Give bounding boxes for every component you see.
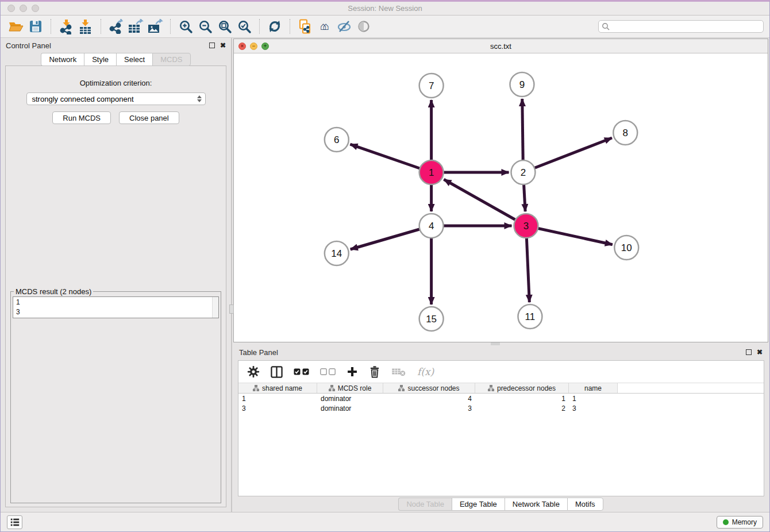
- import-table-button[interactable]: [76, 18, 95, 35]
- maximize-window-button[interactable]: [32, 5, 39, 12]
- table-row[interactable]: 3dominator323: [238, 403, 764, 413]
- close-panel-button[interactable]: Close panel: [119, 111, 179, 124]
- cell-mcds-role[interactable]: dominator: [317, 394, 383, 403]
- criterion-dropdown[interactable]: strongly connected component: [26, 92, 206, 105]
- header-filler: [618, 383, 764, 393]
- column-header-successor-nodes[interactable]: successor nodes: [383, 383, 475, 393]
- node-label: 4: [429, 221, 434, 232]
- node-10[interactable]: 10: [614, 236, 638, 260]
- cell-successor-nodes[interactable]: 4: [383, 394, 475, 403]
- shared-column-icon: [253, 385, 259, 391]
- node-9[interactable]: 9: [510, 72, 534, 97]
- zoom-in-icon: [179, 20, 193, 34]
- tab-select[interactable]: Select: [116, 53, 152, 66]
- cell-name[interactable]: 3: [569, 403, 618, 413]
- zoom-out-button[interactable]: [195, 18, 215, 35]
- node-2[interactable]: 2: [511, 160, 535, 184]
- cell-shared-name[interactable]: 1: [238, 394, 317, 403]
- vertical-splitter[interactable]: [231, 38, 232, 512]
- cell-predecessor-nodes[interactable]: 1: [475, 394, 569, 403]
- node-6[interactable]: 6: [325, 128, 349, 152]
- node-1[interactable]: 1: [419, 160, 444, 184]
- node-label: 2: [521, 167, 526, 178]
- edge-2-8[interactable]: [523, 138, 612, 172]
- cell-name[interactable]: 1: [569, 394, 618, 403]
- splitter-handle[interactable]: [229, 304, 234, 314]
- zoom-fit-button[interactable]: [215, 18, 234, 35]
- tab-motifs[interactable]: Motifs: [567, 498, 603, 511]
- tab-node-table[interactable]: Node Table: [398, 498, 452, 511]
- memory-button[interactable]: Memory: [717, 516, 763, 529]
- node-7[interactable]: 7: [419, 74, 444, 98]
- float-panel-icon[interactable]: [746, 349, 752, 355]
- node-3[interactable]: 3: [514, 214, 538, 238]
- search-field[interactable]: [598, 20, 764, 33]
- column-header-name[interactable]: name: [569, 383, 618, 393]
- task-history-button[interactable]: [7, 515, 22, 529]
- node-label: 15: [426, 314, 437, 325]
- table-row[interactable]: 1dominator411: [238, 394, 764, 403]
- column-header-predecessor-nodes[interactable]: predecessor nodes: [475, 383, 569, 393]
- network-close-button[interactable]: ×: [238, 43, 246, 50]
- export-table-button[interactable]: [126, 18, 145, 35]
- zoom-in-button[interactable]: [176, 18, 195, 35]
- tab-network-table[interactable]: Network Table: [505, 498, 567, 511]
- tab-mcds[interactable]: MCDS: [152, 53, 190, 66]
- status-bar: Memory: [1, 512, 769, 531]
- node-8[interactable]: 8: [613, 121, 637, 145]
- column-layout-icon[interactable]: [271, 366, 283, 378]
- close-panel-icon[interactable]: ✖: [757, 349, 763, 356]
- refresh-button[interactable]: [265, 18, 284, 35]
- node-14[interactable]: 14: [325, 241, 349, 265]
- horizontal-splitter[interactable]: [232, 342, 769, 346]
- close-panel-icon[interactable]: ✖: [220, 42, 226, 49]
- mcds-result-group: MCDS result (2 nodes) 1 3: [10, 287, 221, 503]
- column-header-shared-name[interactable]: shared name: [238, 383, 317, 393]
- minimize-window-button[interactable]: [20, 5, 27, 12]
- first-neighbors-button[interactable]: ⌂⌂: [315, 18, 334, 35]
- clear-all-checkboxes-icon[interactable]: [320, 368, 336, 375]
- node-15[interactable]: 15: [419, 307, 444, 331]
- column-header-mcds-role[interactable]: MCDS role: [317, 383, 383, 393]
- export-image-button[interactable]: [145, 18, 165, 35]
- network-minimize-button[interactable]: −: [250, 43, 257, 50]
- node-label: 6: [334, 134, 339, 145]
- network-canvas[interactable]: 1234678910111415: [234, 53, 768, 342]
- splitter-handle[interactable]: [491, 342, 500, 345]
- tab-network[interactable]: Network: [41, 53, 84, 66]
- add-column-icon[interactable]: [346, 366, 358, 377]
- edge-1-6[interactable]: [350, 144, 431, 172]
- network-maximize-button[interactable]: +: [261, 43, 269, 50]
- node-label: 10: [621, 242, 632, 253]
- zoom-selected-button[interactable]: [234, 18, 254, 35]
- edge-3-10[interactable]: [526, 226, 612, 245]
- network-graph[interactable]: 1234678910111415: [234, 53, 768, 342]
- table-settings-gear-icon[interactable]: [247, 365, 260, 378]
- tab-style[interactable]: Style: [84, 53, 116, 66]
- run-mcds-button[interactable]: Run MCDS: [52, 111, 111, 124]
- mcds-result-text[interactable]: 1 3: [13, 296, 219, 318]
- import-network-button[interactable]: [56, 18, 76, 35]
- toolbar-separator: [259, 19, 260, 34]
- delete-column-trash-icon[interactable]: [369, 365, 380, 378]
- mcds-result-title: MCDS result (2 nodes): [14, 287, 93, 296]
- show-hidden-button[interactable]: [354, 18, 374, 35]
- close-window-button[interactable]: [7, 5, 15, 12]
- cell-mcds-role[interactable]: dominator: [317, 403, 383, 413]
- new-network-from-selection-button[interactable]: [295, 18, 315, 35]
- node-4[interactable]: 4: [419, 214, 444, 238]
- result-scrollbar[interactable]: [212, 297, 218, 318]
- tab-edge-table[interactable]: Edge Table: [452, 498, 505, 511]
- cell-predecessor-nodes[interactable]: 2: [475, 403, 569, 413]
- float-panel-icon[interactable]: [209, 43, 215, 48]
- select-all-checkboxes-icon[interactable]: [294, 368, 309, 375]
- cell-successor-nodes[interactable]: 3: [383, 403, 475, 413]
- open-session-button[interactable]: [6, 18, 26, 35]
- edge-3-1[interactable]: [444, 179, 526, 226]
- search-input[interactable]: [610, 22, 760, 31]
- node-11[interactable]: 11: [518, 304, 542, 329]
- cell-shared-name[interactable]: 3: [238, 403, 317, 413]
- export-network-button[interactable]: [106, 18, 126, 35]
- save-session-button[interactable]: [26, 18, 45, 35]
- hide-selected-button[interactable]: [334, 18, 354, 35]
